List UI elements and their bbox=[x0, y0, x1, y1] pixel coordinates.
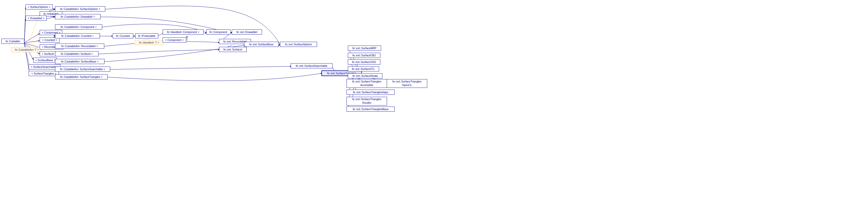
node-fe-ext-surfacetriangles-opencl: fe::ext::SurfaceTrianglesOpenCL bbox=[387, 79, 427, 88]
node-fe-ext-surface-strata: fe::ext::SurfaceStrata bbox=[348, 73, 382, 78]
svg-line-33 bbox=[110, 66, 291, 69]
node-fe-ext-surfacetriangles-maya: fe::ext::SurfaceTrianglesMaya bbox=[346, 106, 395, 112]
node-fe-handled-t: fe::Handled< T > bbox=[135, 40, 163, 45]
node-castable-component: fe::CastableAs< Component > bbox=[55, 24, 102, 29]
node-castable-surfacebase: fe::CastableAs< SurfaceBase > bbox=[55, 59, 104, 64]
node-fe-ext-surface: fe::ext::SurfaceI bbox=[219, 47, 247, 52]
node-fe-ext-surface-obj: fe::ext::SurfaceOBJ bbox=[348, 53, 380, 58]
node-fe-ext-surfacebase: fe::ext::SurfaceBase bbox=[244, 42, 279, 47]
node-castable-surfacetriangles: fe::CastableAs< SurfaceTriangles > bbox=[55, 74, 107, 80]
node-castable-recordable: fe::CastableAs< RecordableI > bbox=[55, 43, 104, 49]
node-fe-ext-surfacesearchable: fe::ext::SurfaceSearchable bbox=[291, 63, 333, 68]
node-fe-castable: fe::Castable bbox=[1, 39, 24, 44]
node-castable-drawable: fe::CastableAs< DrawableI > bbox=[55, 14, 101, 19]
node-castable-surface: fe::CastableAs< SurfaceI > bbox=[55, 51, 99, 56]
node-label-surfacetriangles: < SurfaceTriangles > bbox=[29, 71, 59, 76]
node-label-surfacesphere: < SurfaceSphere > bbox=[26, 4, 53, 9]
node-fe-counted: fe::Counted bbox=[113, 33, 133, 38]
node-fe-ext-drawable: fe::ext::DrawableI bbox=[232, 29, 262, 35]
node-fe-ext-surface-mrp: fe::ext::SurfaceMRP bbox=[348, 45, 381, 51]
node-fe-ext-surfacetriangles-accessible: fe::ext::SurfaceTrianglesAccessible bbox=[346, 79, 387, 88]
node-fe-ext-surfacesphere: fe::ext::SurfaceSphere bbox=[280, 42, 317, 47]
node-fe-ext-surfacetriangles-houdini: fe::ext::SurfaceTrianglesHoudini bbox=[346, 97, 387, 105]
node-component-label2: < Component > bbox=[163, 37, 186, 42]
diagram-container: fe::Castable fe::CastableAs< T > < Surfa… bbox=[0, 0, 868, 220]
node-castable-surfacesearchable: fe::CastableAs< SurfaceSearchable > bbox=[55, 67, 110, 72]
svg-line-16 bbox=[46, 17, 55, 19]
diagram-svg bbox=[0, 0, 868, 220]
node-fe-ext-surface-osg: fe::ext::SurfaceOSG bbox=[348, 59, 380, 65]
node-label-drawable: < DrawableI > bbox=[26, 15, 46, 21]
node-fe-ext-surface-stl: fe::ext::SurfaceSTL bbox=[348, 66, 379, 71]
node-castable-surfacesphere: fe::CastableAs< SurfaceSphere > bbox=[55, 6, 105, 11]
node-castable-counted: fe::CastableAs< Counted > bbox=[55, 33, 100, 38]
node-fe-protectable: fe::Protectable bbox=[135, 33, 158, 38]
node-fe-component: fe::Component bbox=[206, 29, 230, 35]
node-fe-handled-component: fe::Handled< Component > bbox=[163, 29, 204, 35]
node-label-surfacebase: < SurfaceBase > bbox=[33, 58, 57, 63]
node-fe-castable-t: fe::CastableAs< T > bbox=[11, 47, 42, 52]
node-fe-ext-surfacetriangles-haps: fe::ext::SurfaceTrianglesHaps bbox=[346, 90, 395, 95]
